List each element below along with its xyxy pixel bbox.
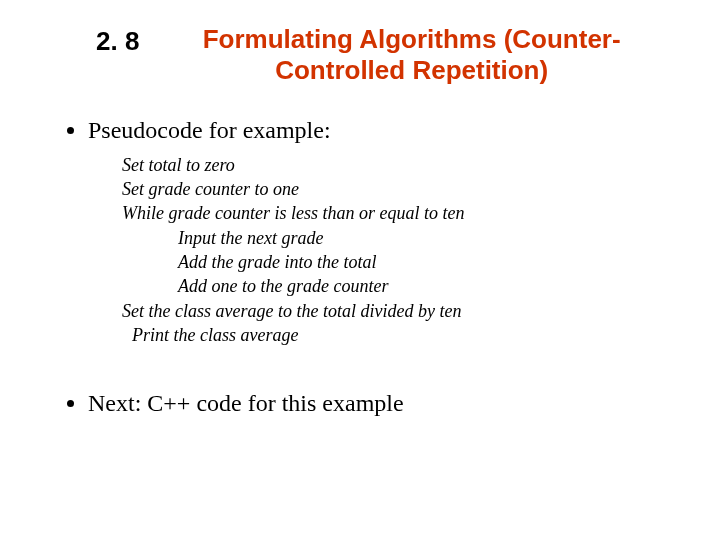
title-line-1: Formulating Algorithms (Counter- — [203, 24, 621, 54]
pseudo-line-3: While grade counter is less than or equa… — [122, 201, 660, 225]
pseudo-line-4: Input the next grade — [122, 226, 660, 250]
pseudo-line-5: Add the grade into the total — [122, 250, 660, 274]
title-line-2: Controlled Repetition) — [275, 55, 548, 85]
bullet-next-text: Next: C++ code for this example — [88, 390, 404, 416]
pseudo-line-7: Set the class average to the total divid… — [122, 299, 660, 323]
section-number: 2. 8 — [96, 24, 139, 57]
pseudocode-block: Set total to zero Set grade counter to o… — [122, 153, 660, 347]
spacer — [60, 365, 660, 387]
bullet-pseudocode: Pseudocode for example: — [88, 114, 660, 146]
section-title: Formulating Algorithms (Counter- Control… — [163, 24, 660, 86]
pseudo-line-8: Print the class average — [122, 323, 660, 347]
slide: 2. 8 Formulating Algorithms (Counter- Co… — [0, 0, 720, 540]
bullet-list: Pseudocode for example: — [60, 114, 660, 146]
bullet-list-2: Next: C++ code for this example — [60, 387, 660, 419]
pseudo-line-1: Set total to zero — [122, 153, 660, 177]
pseudo-line-6: Add one to the grade counter — [122, 274, 660, 298]
bullet-next: Next: C++ code for this example — [88, 387, 660, 419]
title-row: 2. 8 Formulating Algorithms (Counter- Co… — [96, 24, 660, 86]
bullet-pseudocode-text: Pseudocode for example: — [88, 117, 331, 143]
pseudo-line-2: Set grade counter to one — [122, 177, 660, 201]
